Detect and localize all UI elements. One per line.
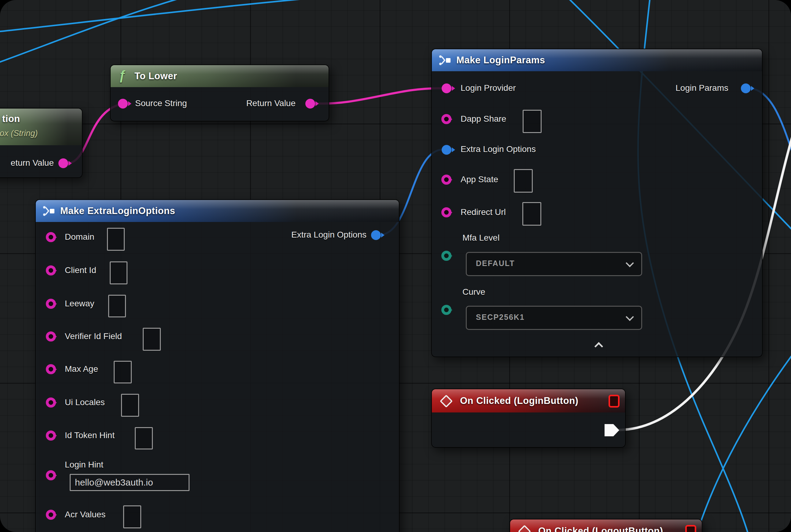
exec-output-pin[interactable] (604, 424, 619, 436)
graph-canvas[interactable]: tion ox (String) eturn Value ƒ To Lower … (0, 0, 791, 532)
wire-string-tolower-to-loginprovider (314, 88, 443, 103)
collapse-node-chevron-icon[interactable] (595, 342, 603, 351)
wire-blue-topleft-steep (0, 0, 196, 64)
pin-acr-values[interactable] (46, 510, 56, 520)
node-get-text-partial[interactable]: tion ox (String) eturn Value (0, 108, 82, 178)
pin-label-id-token-hint: Id Token Hint (65, 431, 115, 440)
pin-extra-login-options-in[interactable] (442, 145, 451, 155)
pin-ui-locales[interactable] (46, 397, 56, 407)
value-box-dapp-share[interactable] (523, 110, 542, 133)
pin-label-login-hint: Login Hint (65, 460, 103, 470)
pin-dapp-share[interactable] (441, 114, 451, 124)
value-box-acr-values[interactable] (123, 506, 141, 528)
pin-label-return-value: eturn Value (11, 158, 54, 168)
label-curve: Curve (462, 287, 485, 297)
pin-max-age[interactable] (46, 364, 56, 374)
pin-leeway[interactable] (46, 299, 56, 309)
pin-label-extra-login-options-out: Extra Login Options (291, 230, 366, 240)
node-to-lower[interactable]: ƒ To Lower Source String Return Value (110, 64, 329, 121)
node-mlp-title: Make LoginParams (456, 55, 545, 66)
pin-label-verifier-id-field: Verifier Id Field (65, 331, 122, 341)
value-box-client-id[interactable] (110, 261, 128, 284)
pin-login-hint[interactable] (46, 470, 56, 480)
pin-label-source-string: Source String (135, 98, 187, 108)
value-box-redirect-url[interactable] (522, 202, 541, 226)
pin-extra-login-options-output[interactable] (371, 230, 381, 240)
value-box-verifier-id-field[interactable] (143, 328, 161, 351)
pin-label-client-id: Client Id (65, 265, 96, 275)
pin-domain[interactable] (46, 232, 56, 242)
node-to-lower-title: To Lower (134, 71, 177, 82)
pin-label-leeway: Leeway (65, 299, 94, 308)
pin-label-app-state: App State (461, 175, 498, 184)
widget-event-icon (609, 395, 619, 407)
node-make-login-params[interactable]: Make LoginParams Login Provider Login Pa… (431, 49, 763, 357)
wire-blue-topleft-shallow (0, 0, 362, 32)
pin-id-token-hint[interactable] (46, 431, 56, 441)
chevron-down-icon (626, 313, 634, 321)
widget-event-icon (685, 525, 696, 532)
node-subtitle-fragment: ox (String) (0, 129, 38, 138)
value-box-domain[interactable] (107, 228, 125, 251)
blueprint-editor-screenshot: tion ox (String) eturn Value ƒ To Lower … (0, 0, 791, 532)
value-box-app-state[interactable] (514, 169, 533, 193)
function-icon: ƒ (119, 68, 126, 83)
value-box-ui-locales[interactable] (121, 394, 139, 417)
pin-label-max-age: Max Age (65, 364, 98, 374)
label-mfa-level: Mfa Level (462, 233, 499, 243)
node-melo-title: Make ExtraLoginOptions (60, 206, 175, 216)
login-hint-input[interactable]: hello@web3auth.io (70, 474, 190, 491)
node-ocl-title: On Clicked (LoginButton) (460, 395, 578, 406)
pin-verifier-id-field[interactable] (46, 331, 56, 342)
pin-label-ui-locales: Ui Locales (65, 397, 105, 407)
pin-label-redirect-url: Redirect Url (461, 207, 506, 217)
mfa-level-value: DEFAULT (476, 259, 515, 268)
pin-source-string[interactable] (118, 99, 128, 109)
node-oclo-title: On Clicked (LogoutButton) (538, 526, 663, 532)
pin-label-acr-values: Acr Values (65, 510, 105, 519)
pin-curve[interactable] (441, 305, 451, 315)
pin-login-params-output[interactable] (741, 83, 751, 93)
pin-return-value[interactable] (305, 99, 315, 109)
pin-mfa-level[interactable] (441, 251, 451, 261)
pin-redirect-url[interactable] (441, 207, 451, 217)
pin-client-id[interactable] (46, 265, 56, 276)
pin-label-extra-login-options: Extra Login Options (461, 144, 536, 154)
mfa-level-dropdown[interactable]: DEFAULT (466, 252, 642, 276)
pin-label-return-value: Return Value (246, 98, 295, 108)
curve-dropdown[interactable]: SECP256K1 (466, 306, 642, 330)
make-struct-icon (439, 54, 452, 66)
node-on-clicked-loginbutton[interactable]: On Clicked (LoginButton) (431, 388, 626, 448)
node-on-clicked-logoutbutton[interactable]: On Clicked (LogoutButton) (509, 519, 702, 532)
value-box-max-age[interactable] (114, 361, 132, 383)
pin-label-login-provider: Login Provider (461, 83, 516, 93)
pin-login-provider[interactable] (442, 83, 451, 93)
make-struct-icon (42, 205, 56, 217)
value-box-leeway[interactable] (108, 295, 126, 317)
pin-return-value-output[interactable] (58, 158, 68, 168)
node-title-fragment: tion (2, 113, 20, 125)
pin-label-dapp-share: Dapp Share (461, 114, 506, 124)
pin-label-domain: Domain (65, 232, 94, 242)
node-make-extra-login-options[interactable]: Make ExtraLoginOptions Domain Client Id … (35, 200, 400, 532)
pin-app-state[interactable] (441, 175, 451, 185)
chevron-down-icon (626, 259, 634, 267)
pin-label-login-params-out: Login Params (675, 83, 728, 93)
wire-blue-bottomright (695, 352, 791, 532)
curve-value: SECP256K1 (476, 313, 525, 322)
value-box-id-token-hint[interactable] (135, 427, 153, 450)
